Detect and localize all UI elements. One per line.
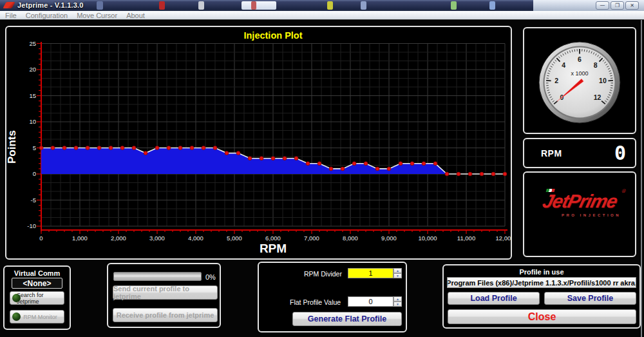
svg-text:6,000: 6,000 [265, 235, 281, 242]
taskbar-glimpse [327, 1, 333, 10]
rpm-divider-spinner[interactable]: ▲ ▼ [393, 268, 402, 278]
flat-value-spinner[interactable]: ▲ ▼ [393, 296, 402, 307]
svg-text:5: 5 [33, 144, 36, 151]
svg-text:2: 2 [554, 77, 558, 84]
save-profile-button[interactable]: Save Profile [544, 292, 636, 305]
search-led-icon [12, 294, 21, 302]
taskbar-glimpse [198, 1, 204, 10]
generate-flat-profile-button[interactable]: Generate Flat Profile [292, 312, 402, 326]
svg-text:7,000: 7,000 [304, 235, 319, 242]
search-jetprime-button[interactable]: Search for Jetprime [10, 291, 64, 305]
svg-text:11,000: 11,000 [457, 235, 475, 242]
taskbar-glimpse [159, 1, 165, 10]
svg-text:20: 20 [29, 66, 36, 73]
svg-text:x 1000: x 1000 [571, 70, 588, 77]
svg-text:10,000: 10,000 [418, 235, 437, 242]
logo-tagline: PRO INJECTION [562, 213, 621, 217]
svg-text:0: 0 [33, 170, 36, 177]
svg-text:10: 10 [599, 77, 607, 84]
svg-text:10: 10 [29, 118, 36, 125]
virtual-comm-panel: Virtual Comm <None> Search for Jetprime … [3, 265, 71, 330]
taskbar-glimpse [361, 1, 366, 10]
send-profile-button[interactable]: Send current profile to jetprime [113, 285, 218, 300]
svg-text:9,000: 9,000 [381, 235, 397, 242]
generate-flat-profile-label: Generate Flat Profile [308, 314, 386, 323]
virtual-comm-title: Virtual Comm [5, 269, 70, 277]
taskbar-glimpse [451, 1, 457, 10]
close-button[interactable]: Close [448, 309, 636, 324]
registered-mark: ® [621, 188, 626, 194]
flat-value-label: Flat Profile Value [290, 298, 341, 306]
jetprime-app-icon [3, 2, 15, 8]
restore-button[interactable]: ❐ [611, 1, 624, 10]
receive-profile-label: Receive profile from jetprime [117, 311, 214, 319]
minimize-button[interactable]: — [596, 1, 609, 10]
profile-panel: Profile in use C:/Program Files (x86)/Je… [442, 264, 641, 329]
close-label: Close [528, 311, 556, 323]
svg-text:5,000: 5,000 [227, 235, 242, 242]
search-jetprime-label: Search for Jetprime [17, 292, 64, 305]
profile-path-field: C:/Program Files (x86)/Jetprime 1.1.3.x/… [447, 277, 636, 288]
rpm-monitor-button[interactable]: RPM Monitor [10, 310, 64, 323]
injection-plot-chart[interactable]: 2520151050-5-1001,0002,0003,0004,0005,00… [6, 27, 511, 258]
title-bar: Jetprime - V.1.1.3.0 — ❐ ✕ [0, 0, 644, 11]
injection-plot-panel: 2520151050-5-1001,0002,0003,0004,0005,00… [5, 26, 512, 260]
menu-about[interactable]: About [126, 12, 145, 19]
transfer-progress-text: 0% [205, 273, 216, 281]
jetprime-window: Jetprime - V.1.1.3.0 — ❐ ✕ File Configur… [0, 0, 644, 337]
svg-text:1,000: 1,000 [72, 235, 88, 242]
taskbar-glimpse [242, 1, 276, 10]
svg-text:4: 4 [562, 61, 565, 69]
svg-text:4,000: 4,000 [188, 235, 204, 242]
load-profile-label: Load Profile [470, 294, 516, 303]
flat-profile-panel: RPM Divider 1 ▲ ▼ Flat Profile Value 0 ▲… [258, 262, 407, 332]
svg-text:RPM: RPM [260, 242, 287, 255]
spin-down-icon[interactable]: ▼ [393, 273, 402, 278]
rpm-monitor-label: RPM Monitor [23, 314, 57, 320]
rpm-readout-label: RPM [541, 148, 562, 159]
menu-move-cursor[interactable]: Move Cursor [77, 12, 117, 19]
spin-up-icon[interactable]: ▲ [393, 268, 402, 273]
spin-down-icon[interactable]: ▼ [393, 302, 402, 307]
window-right-border [641, 20, 642, 337]
menu-bar: File Configuration Move Cursor About [0, 11, 644, 20]
rpm-readout-value: 0 [614, 144, 626, 163]
taskbar-glimpse [84, 1, 535, 10]
svg-text:Points: Points [6, 130, 18, 164]
close-window-button[interactable]: ✕ [625, 1, 639, 10]
logo-panel: JetPrime ® PRO INJECTION [523, 171, 636, 257]
load-profile-button[interactable]: Load Profile [448, 292, 540, 305]
transfer-panel: 0% Send current profile to jetprime Rece… [107, 263, 221, 328]
receive-profile-button[interactable]: Receive profile from jetprime [113, 308, 218, 322]
svg-text:-10: -10 [27, 222, 36, 229]
save-profile-label: Save Profile [567, 294, 614, 303]
profile-in-use-title: Profile in use [444, 268, 639, 276]
rpm-readout-panel: RPM 0 [523, 138, 636, 168]
svg-text:12: 12 [594, 93, 601, 101]
menu-file[interactable]: File [5, 12, 17, 19]
monitor-led-icon [12, 313, 21, 321]
jetprime-logo: JetPrime [540, 191, 620, 212]
rpm-divider-label: RPM Divider [304, 270, 342, 278]
italian-flag-icon [545, 189, 554, 192]
taskbar-glimpse [251, 1, 256, 10]
tachometer-panel: 024681012x 1000 [523, 27, 636, 134]
send-profile-label: Send current profile to jetprime [113, 285, 217, 300]
taskbar-glimpse [489, 1, 495, 10]
svg-text:0: 0 [39, 235, 43, 242]
svg-text:15: 15 [29, 92, 36, 99]
menu-configuration[interactable]: Configuration [26, 12, 68, 19]
svg-text:12,000: 12,000 [495, 235, 511, 242]
spin-up-icon[interactable]: ▲ [393, 296, 402, 302]
svg-text:8,000: 8,000 [343, 235, 358, 242]
rpm-divider-input[interactable]: 1 [348, 268, 393, 278]
svg-text:-5: -5 [31, 197, 36, 204]
svg-text:6: 6 [578, 55, 582, 63]
taskbar-glimpse [97, 1, 103, 10]
comm-port-selector[interactable]: <None> [12, 278, 62, 289]
tachometer-gauge: 024681012x 1000 [524, 28, 635, 133]
flat-value-input[interactable]: 0 [348, 296, 393, 307]
transfer-progressbar [113, 272, 202, 281]
svg-text:25: 25 [29, 40, 36, 47]
svg-text:8: 8 [594, 61, 598, 69]
